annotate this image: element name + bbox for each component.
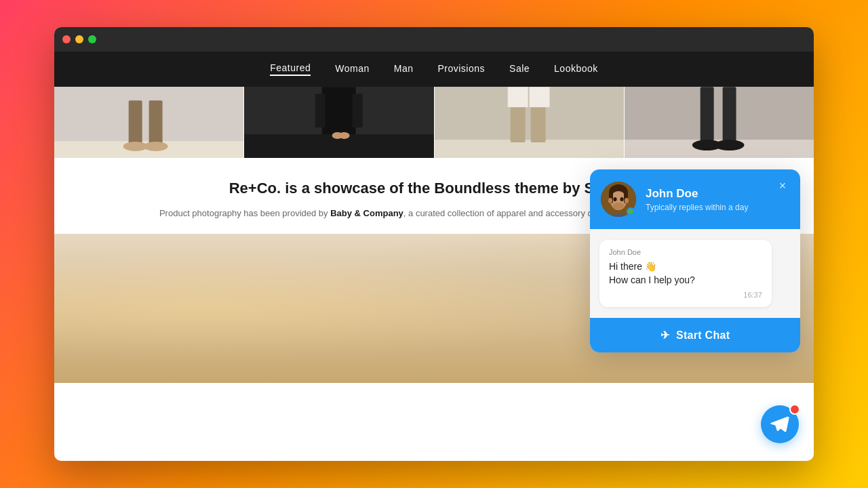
- svg-rect-39: [149, 337, 358, 341]
- svg-rect-36: [208, 259, 225, 306]
- hero-strip: [54, 87, 814, 158]
- hero-panel-2: [244, 87, 433, 158]
- minimize-button[interactable]: [75, 35, 83, 43]
- browser-titlebar: [54, 27, 814, 52]
- chat-message-bubble: John Doe Hi there 👋 How can I help you? …: [599, 240, 772, 307]
- hero-panel-1: [54, 87, 243, 158]
- svg-rect-31: [279, 256, 282, 332]
- telegram-floating-button[interactable]: [761, 405, 799, 443]
- notification-badge: [789, 404, 800, 415]
- svg-rect-15: [529, 87, 549, 107]
- svg-rect-18: [722, 87, 736, 141]
- svg-rect-58: [553, 251, 572, 304]
- agent-name: John Doe: [646, 187, 789, 201]
- start-chat-button[interactable]: ✈ Start Chat: [590, 318, 800, 352]
- svg-point-72: [620, 197, 624, 201]
- svg-rect-44: [168, 323, 206, 337]
- svg-rect-57: [529, 251, 548, 304]
- svg-rect-61: [462, 261, 465, 285]
- svg-rect-62: [486, 266, 489, 289]
- chat-close-button[interactable]: ×: [774, 178, 791, 194]
- svg-point-73: [612, 203, 625, 209]
- start-chat-label: Start Chat: [676, 329, 730, 342]
- hero-panel-3: [435, 87, 624, 158]
- svg-rect-47: [406, 327, 419, 356]
- svg-rect-33: [142, 259, 159, 306]
- telegram-icon: [770, 414, 790, 434]
- chat-widget: John Doe Typically replies within a day …: [590, 169, 800, 352]
- svg-rect-1: [129, 100, 142, 144]
- svg-rect-34: [164, 259, 181, 306]
- svg-rect-63: [510, 259, 513, 287]
- svg-rect-6: [322, 87, 356, 134]
- message-line2: How can I help you?: [609, 274, 762, 287]
- chat-header-info: John Doe Typically replies within a day: [646, 187, 789, 212]
- maximize-button[interactable]: [88, 35, 96, 43]
- nav-item-man[interactable]: Man: [394, 63, 414, 75]
- nav-item-sale[interactable]: Sale: [509, 63, 530, 75]
- svg-rect-14: [507, 87, 528, 107]
- svg-rect-17: [700, 87, 713, 141]
- close-button[interactable]: [62, 35, 71, 43]
- svg-rect-29: [111, 256, 282, 259]
- svg-point-4: [144, 142, 168, 151]
- svg-rect-41: [339, 340, 344, 378]
- svg-point-28: [381, 255, 393, 266]
- svg-rect-32: [121, 259, 138, 306]
- brand-name[interactable]: Baby & Company: [330, 208, 403, 218]
- browser-window: Featured Woman Man Provisions Sale Lookb…: [54, 27, 814, 461]
- svg-rect-8: [353, 94, 363, 127]
- svg-rect-40: [159, 340, 164, 378]
- svg-rect-35: [186, 259, 203, 306]
- svg-point-20: [714, 140, 744, 150]
- svg-point-69: [608, 198, 612, 203]
- svg-point-48: [384, 304, 441, 351]
- svg-point-10: [339, 132, 350, 139]
- message-time: 16:37: [609, 291, 762, 299]
- nav-item-provisions[interactable]: Provisions: [437, 63, 485, 75]
- svg-rect-2: [149, 100, 163, 144]
- svg-point-24: [235, 256, 254, 275]
- svg-rect-46: [258, 325, 287, 337]
- svg-rect-11: [435, 140, 624, 158]
- subtext-pre: Product photography has been provided by: [159, 208, 330, 218]
- message-sender-label: John Doe: [609, 248, 762, 256]
- svg-rect-30: [111, 256, 114, 332]
- site-navigation: Featured Woman Man Provisions Sale Lookb…: [54, 52, 814, 87]
- svg-rect-37: [230, 259, 247, 306]
- svg-rect-38: [252, 259, 269, 306]
- svg-rect-7: [315, 94, 326, 127]
- svg-rect-42: [197, 340, 202, 382]
- agent-status: Typically replies within a day: [646, 203, 789, 212]
- nav-item-woman[interactable]: Woman: [335, 63, 369, 75]
- svg-point-49: [377, 323, 415, 351]
- chat-message-body: John Doe Hi there 👋 How can I help you? …: [590, 229, 800, 318]
- svg-rect-45: [216, 318, 249, 337]
- browser-content: Featured Woman Man Provisions Sale Lookb…: [54, 52, 814, 461]
- svg-point-70: [625, 198, 629, 203]
- svg-point-25: [239, 260, 250, 271]
- agent-avatar-wrapper: [601, 182, 636, 217]
- chat-header: John Doe Typically replies within a day …: [590, 169, 800, 229]
- svg-rect-43: [301, 340, 307, 382]
- svg-point-50: [408, 319, 450, 350]
- message-text: Hi there 👋 How can I help you?: [609, 260, 762, 287]
- nav-item-lookbook[interactable]: Lookbook: [554, 63, 598, 75]
- message-line1: Hi there 👋: [609, 260, 762, 274]
- online-indicator: [627, 207, 635, 216]
- svg-point-27: [377, 251, 396, 270]
- hero-panel-4: [625, 87, 814, 158]
- nav-item-featured[interactable]: Featured: [270, 62, 311, 76]
- send-icon: ✈: [660, 329, 669, 342]
- svg-point-71: [614, 197, 617, 201]
